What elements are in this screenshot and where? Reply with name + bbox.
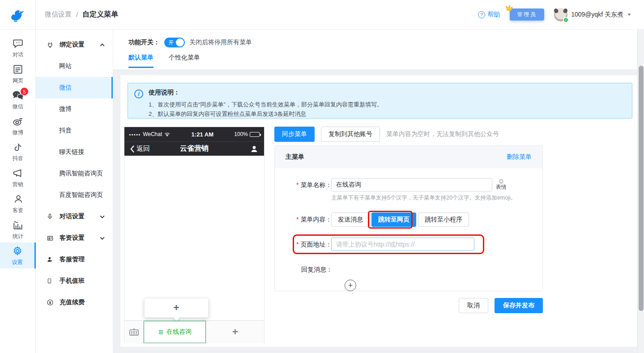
battery-icon: [250, 132, 260, 137]
panel-title: 主菜单: [286, 153, 507, 161]
help-label: 帮助: [487, 11, 500, 19]
sidebar-item-chat[interactable]: 对话: [0, 35, 36, 61]
nav-item-agent-management[interactable]: 客服管理: [36, 249, 113, 270]
emoji-picker[interactable]: ☺ 表情: [496, 178, 507, 191]
menu-content-row: *菜单内容： 发送消息 跳转至网页 跳转至小程序: [275, 213, 542, 227]
add-submenu-button[interactable]: +: [174, 303, 179, 313]
cancel-button[interactable]: 取消: [459, 298, 488, 313]
tab-personalized-menu[interactable]: 个性化菜单: [169, 54, 200, 68]
user-menu[interactable]: ✓ 1009@yqkf 关东煮 ▼: [554, 8, 631, 21]
breadcrumb: 微信设置 / 自定义菜单: [45, 10, 118, 19]
feature-switch-hint: 关闭后将停用所有菜单: [189, 38, 252, 47]
add-menu-button[interactable]: +: [206, 321, 264, 343]
toggle-knob: [176, 38, 184, 47]
help-icon: ?: [478, 11, 485, 18]
unread-badge: 5: [21, 88, 28, 95]
webpage-icon: [12, 64, 24, 75]
nav-item-douyin[interactable]: 抖音: [36, 120, 113, 141]
sidebar-item-settings[interactable]: 设置: [0, 242, 36, 268]
nav-group-binding-settings[interactable]: 绑定设置: [36, 34, 113, 55]
sidebar-item-marketing[interactable]: 营销: [0, 165, 36, 191]
contact-icon[interactable]: [223, 145, 259, 153]
nav-item-phone-duty[interactable]: 手机值班: [36, 270, 113, 292]
content-type-send-message[interactable]: 发送消息: [331, 213, 370, 227]
tab-default-menu[interactable]: 默认菜单: [128, 54, 154, 68]
sidebar-item-wechat[interactable]: 5 微信: [0, 87, 36, 113]
required-asterisk: *: [296, 181, 299, 188]
phone-menu-item-selected[interactable]: 在线咨询: [144, 321, 206, 343]
id-card-icon: [47, 235, 54, 242]
content-card: i 使用说明： 1、首次使用可点击“同步菜单”，下载公众号当前生效菜单，部分菜单…: [120, 75, 637, 347]
usage-notice: i 使用说明： 1、首次使用可点击“同步菜单”，下载公众号当前生效菜单，部分菜单…: [128, 83, 632, 119]
bird-logo-icon: [9, 7, 27, 22]
breadcrumb-section[interactable]: 微信设置: [45, 10, 72, 19]
account-title: 云雀营销: [166, 144, 223, 153]
douyin-icon: [13, 141, 23, 153]
nav-item-tencent-consult[interactable]: 腾讯智能咨询页: [36, 163, 113, 184]
page-url-input[interactable]: [331, 238, 474, 251]
carrier-label: WeChat: [143, 131, 162, 137]
smiley-icon: ☺: [498, 178, 504, 184]
save-publish-button[interactable]: 保存并发布: [495, 298, 543, 313]
signal-dots-icon: ●●●●●: [129, 133, 141, 136]
weibo-icon: [12, 115, 24, 127]
sidebar-item-weibo[interactable]: 微博: [0, 113, 36, 139]
gear-icon: [12, 245, 23, 257]
person-icon: [12, 193, 24, 205]
phone-icon: [47, 277, 54, 285]
sync-menu-button[interactable]: 同步菜单: [274, 127, 315, 142]
chevron-down-icon: [100, 215, 105, 218]
nav-group-dialog-settings[interactable]: 对话设置: [36, 206, 113, 227]
nav-item-recharge[interactable]: 充值续费: [36, 292, 113, 313]
top-header: 微信设置 / 自定义菜单 ? 帮助 管理员 ✓ 1009@yqkf 关东煮 ▼: [0, 0, 644, 30]
help-link[interactable]: ? 帮助: [478, 11, 500, 19]
page-url-row: *页面地址：: [275, 238, 542, 251]
app-logo[interactable]: [0, 0, 36, 30]
breadcrumb-separator: /: [76, 11, 78, 18]
role-badge[interactable]: 管理员: [510, 9, 544, 21]
sidebar-item-leads[interactable]: 客资: [0, 191, 36, 217]
sidebar-item-stats[interactable]: 统计: [0, 217, 36, 242]
primary-sidebar: 对话 网页 5 微信 微博 抖音 营销 客资 统计 设置: [0, 30, 36, 353]
content-type-mini-program[interactable]: 跳转至小程序: [418, 213, 469, 227]
main-area: 功能开关： 开 关闭后将停用所有菜单 默认菜单 个性化菜单 i 使用说明： 1、…: [113, 30, 644, 353]
page-scrollbar[interactable]: [637, 30, 644, 353]
yen-circle-icon: [47, 299, 54, 306]
stats-icon: [12, 219, 24, 231]
sidebar-item-webpage[interactable]: 网页: [0, 61, 36, 87]
keyboard-toggle-icon[interactable]: [124, 321, 144, 343]
notice-title: 使用说明：: [149, 89, 383, 97]
add-reply-button[interactable]: +: [345, 280, 356, 291]
nav-item-baidu-consult[interactable]: 百度智能咨询页: [36, 184, 113, 206]
chevron-down-icon: [100, 237, 105, 240]
submenu-popup: +: [144, 298, 209, 318]
nav-item-weibo[interactable]: 微博: [36, 98, 113, 120]
feature-toggle[interactable]: 开: [164, 38, 185, 47]
phone-menu-bar: 在线咨询 +: [124, 320, 264, 343]
phone-nav-bar: 返回 云雀营销: [124, 141, 264, 156]
reply-message-row: 回复消息：: [275, 263, 542, 276]
notice-line-2: 2、默认菜单的回复内容可设置粉丝点菜单后发送3条延时消息: [149, 109, 383, 119]
nav-item-chat-link[interactable]: 聊天链接: [36, 141, 113, 163]
notice-line-1: 1、首次使用可点击“同步菜单”，下载公众号当前生效菜单，部分菜单回复内容需重新填…: [149, 100, 383, 109]
copy-hint: 菜单内容为空时，无法复制到其他公众号: [386, 130, 499, 138]
copy-to-accounts-button[interactable]: 复制到其他账号: [321, 127, 380, 142]
nav-item-website[interactable]: 网站: [36, 55, 113, 77]
delete-menu-link[interactable]: 删除菜单: [507, 153, 532, 161]
chevron-up-icon: [100, 43, 105, 47]
mic-icon: [47, 213, 54, 220]
menu-name-input[interactable]: [331, 178, 492, 191]
wifi-icon: [164, 132, 171, 137]
back-button[interactable]: 返回: [130, 145, 166, 153]
phone-preview: ●●●●● WeChat 1:21 AM 100% 返回 云雀营销: [124, 127, 264, 343]
nav-item-wechat[interactable]: 微信: [36, 77, 113, 98]
sidebar-item-douyin[interactable]: 抖音: [0, 139, 36, 165]
content-type-jump-webpage[interactable]: 跳转至网页: [371, 213, 416, 227]
avatar: ✓: [554, 8, 567, 21]
nav-group-lead-settings[interactable]: 客资设置: [36, 227, 113, 249]
agent-icon: [47, 256, 54, 263]
scrollbar-thumb[interactable]: [639, 66, 644, 311]
crown-icon: [504, 3, 514, 12]
secondary-sidebar: 绑定设置 网站 微信 微博 抖音 聊天链接 腾讯智能咨询页 百度智能咨询页 对话…: [36, 30, 113, 353]
page-title: 自定义菜单: [82, 10, 118, 19]
